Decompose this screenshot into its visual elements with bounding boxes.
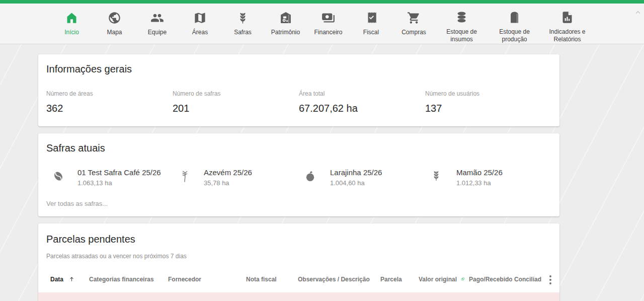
stat-usuarios: Número de usuários 137 bbox=[425, 90, 551, 114]
nav-item-label: Estoque de produção bbox=[493, 28, 537, 44]
safra-item-cafe[interactable]: 01 Test Safra Café 25/26 1.063,13 ha bbox=[46, 168, 173, 187]
cell-description: 113 TIO TAKA bbox=[296, 292, 378, 301]
nav-item-equipe[interactable]: Equipe bbox=[140, 10, 175, 44]
nav-item-label: Fiscal bbox=[363, 29, 379, 37]
cell-date: 31/12/1969 bbox=[38, 292, 87, 301]
money-icon bbox=[321, 10, 335, 25]
column-header-nota-fiscal[interactable]: Nota fiscal bbox=[244, 266, 296, 292]
nav-item-compras[interactable]: Compras bbox=[397, 10, 431, 44]
nav-item-label: Início bbox=[64, 29, 79, 37]
safra-area: 1.004,60 ha bbox=[330, 179, 382, 187]
wheat-icon bbox=[236, 10, 250, 25]
column-header-categorias[interactable]: Categorias financeiras bbox=[87, 266, 166, 292]
safra-item-larajinha[interactable]: Larajinha 25/26 1.004,60 ha bbox=[299, 168, 425, 187]
stat-areas: Número de áreas 362 bbox=[46, 90, 173, 114]
current-seasons-title: Safras atuais bbox=[46, 142, 551, 154]
map-icon bbox=[193, 10, 207, 25]
cell-invoice: - bbox=[244, 292, 296, 301]
coffee-bean-icon bbox=[51, 169, 65, 185]
pending-installments-title: Parcelas pendentes bbox=[38, 234, 559, 245]
coin-dollar-icon: $ bbox=[461, 274, 465, 284]
general-info-stats: Número de áreas 362 Número de safras 201… bbox=[46, 90, 551, 117]
stat-label: Número de usuários bbox=[425, 90, 551, 97]
nav-item-patrimonio[interactable]: Patrimônio bbox=[269, 10, 303, 44]
nav-item-estoque-insumos[interactable]: Estoque de insumos bbox=[440, 10, 484, 44]
column-header-valor-original[interactable]: Valor original $ bbox=[417, 266, 467, 292]
report-chart-icon bbox=[560, 10, 574, 25]
cell-reconciled bbox=[512, 292, 541, 301]
nav-item-label: Áreas bbox=[192, 29, 208, 37]
column-header-conciliado[interactable]: Conciliado bbox=[512, 266, 541, 292]
nav-item-label: Safras bbox=[234, 29, 252, 37]
dashboard-content: Informações gerais Número de áreas 362 N… bbox=[38, 54, 559, 301]
nav-item-label: Patrimônio bbox=[271, 29, 300, 37]
people-icon bbox=[150, 10, 164, 25]
kebab-menu-icon[interactable] bbox=[546, 273, 554, 286]
column-header-parcela[interactable]: Parcela bbox=[378, 266, 417, 292]
safra-area: 35,78 ha bbox=[204, 179, 252, 187]
nav-item-label: Compras bbox=[401, 29, 426, 37]
column-header-data[interactable]: Data bbox=[38, 266, 87, 292]
silo-icon bbox=[508, 10, 521, 25]
cell-supplier: AEGRO INFORMATICA LIMITADA bbox=[166, 292, 244, 301]
stat-label: Número de áreas bbox=[46, 90, 173, 97]
stat-label: Área total bbox=[299, 90, 425, 97]
column-header-observacoes[interactable]: Observações / Descrição bbox=[296, 266, 378, 292]
globe-icon bbox=[108, 10, 121, 25]
svg-text:$: $ bbox=[462, 278, 463, 280]
cell-original-value: R$ -375,00 bbox=[417, 292, 467, 301]
cell-category: Sementes e Mudas bbox=[87, 292, 166, 301]
safra-name: Larajinha 25/26 bbox=[330, 168, 382, 177]
current-seasons-list: 01 Test Safra Café 25/26 1.063,13 ha Aze… bbox=[46, 168, 551, 187]
stat-value: 362 bbox=[46, 103, 173, 114]
cart-icon bbox=[407, 10, 421, 25]
nav-item-label: Mapa bbox=[107, 29, 122, 37]
database-icon bbox=[455, 10, 468, 25]
stat-value: 137 bbox=[425, 103, 551, 114]
current-seasons-card: Safras atuais 01 Test Safra Café 25/26 1… bbox=[38, 133, 559, 216]
receipt-check-icon bbox=[365, 10, 378, 25]
nav-item-label: Indicadores e Relatórios bbox=[545, 28, 590, 44]
nav-item-label: Estoque de insumos bbox=[440, 28, 484, 44]
cell-paid bbox=[467, 292, 512, 301]
nav-item-inicio[interactable]: Início bbox=[55, 10, 89, 44]
column-header-pago-recebido[interactable]: Pago/Recebido bbox=[467, 266, 512, 292]
ryegrass-icon bbox=[178, 169, 192, 185]
column-header-fornecedor[interactable]: Fornecedor bbox=[166, 266, 244, 292]
safra-name: Azevém 25/26 bbox=[204, 168, 252, 177]
nav-item-safras[interactable]: Safras bbox=[226, 10, 260, 44]
nav-item-mapa[interactable]: Mapa bbox=[98, 10, 132, 44]
safra-name: 01 Test Safra Café 25/26 bbox=[77, 168, 161, 177]
sort-ascending-icon bbox=[68, 276, 75, 282]
cell-installment: 2/2 bbox=[378, 292, 417, 301]
safra-item-mamao[interactable]: Mamão 25/26 1.012,33 ha bbox=[425, 168, 551, 187]
nav-item-areas[interactable]: Áreas bbox=[183, 10, 217, 44]
safra-item-azevem[interactable]: Azevém 25/26 35,78 ha bbox=[173, 168, 299, 187]
barn-tractor-icon bbox=[279, 10, 293, 25]
nav-item-fiscal[interactable]: Fiscal bbox=[354, 10, 388, 44]
table-header-row: Data Categorias financeiras Fornecedor N… bbox=[38, 266, 559, 292]
pending-installments-table: Data Categorias financeiras Fornecedor N… bbox=[38, 266, 559, 301]
nav-item-label: Equipe bbox=[148, 29, 167, 37]
table-row-overdue-installment[interactable]: 31/12/1969 Sementes e Mudas AEGRO INFORM… bbox=[38, 292, 559, 301]
general-info-card: Informações gerais Número de áreas 362 N… bbox=[38, 54, 559, 126]
orange-icon bbox=[304, 169, 318, 185]
table-options-kebab[interactable] bbox=[541, 266, 559, 292]
top-accent-bar bbox=[0, 0, 644, 4]
safra-name: Mamão 25/26 bbox=[456, 168, 503, 177]
nav-item-indicadores[interactable]: Indicadores e Relatórios bbox=[545, 10, 590, 44]
home-icon bbox=[65, 10, 78, 25]
safra-area: 1.012,33 ha bbox=[456, 179, 503, 187]
pending-installments-card: Parcelas pendentes Parcelas atrasadas ou… bbox=[38, 223, 559, 301]
nav-item-estoque-producao[interactable]: Estoque de produção bbox=[493, 10, 537, 44]
cell-options bbox=[541, 292, 559, 301]
see-all-seasons-link[interactable]: Ver todas as safras... bbox=[46, 200, 551, 207]
main-navigation: Início Mapa Equipe Áreas Safras Patrimôn… bbox=[0, 4, 644, 44]
stat-value: 67.207,62 ha bbox=[299, 103, 425, 114]
chevron-up-icon[interactable] bbox=[634, 9, 641, 18]
stat-safras: Número de safras 201 bbox=[173, 90, 299, 114]
stat-label: Número de safras bbox=[173, 90, 299, 97]
nav-item-financeiro[interactable]: Financeiro bbox=[311, 10, 346, 44]
safra-area: 1.063,13 ha bbox=[77, 179, 161, 187]
stat-value: 201 bbox=[173, 103, 299, 114]
